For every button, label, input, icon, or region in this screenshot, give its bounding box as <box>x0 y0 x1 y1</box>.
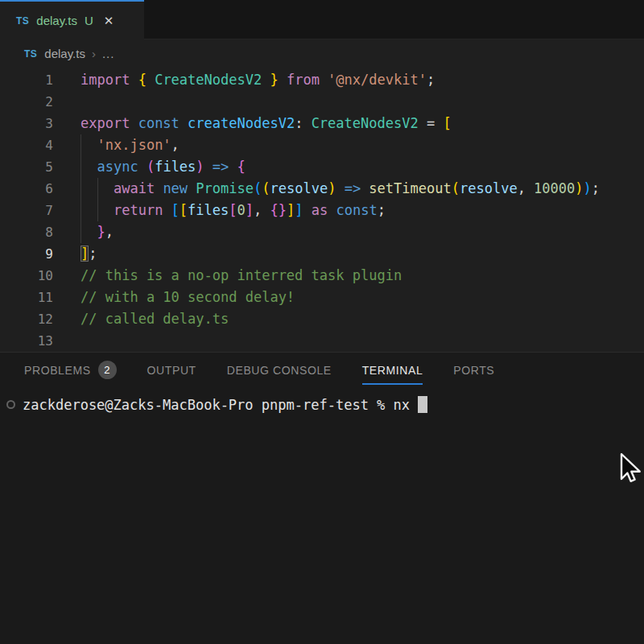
code-token: CreateNodesV2 <box>155 72 270 88</box>
code-token: ; <box>427 72 435 88</box>
line-number: 6 <box>0 178 53 200</box>
code-token: resolve <box>460 180 518 196</box>
code-token: ( <box>262 180 270 196</box>
code-text <box>53 91 80 113</box>
code-token: ) <box>196 159 212 175</box>
code-token: Promise <box>196 180 254 196</box>
code-text: }, <box>53 221 114 243</box>
line-number: 12 <box>0 308 53 330</box>
code-token: ] <box>246 202 254 218</box>
code-token: , <box>171 137 180 153</box>
code-token: = <box>419 115 444 131</box>
code-text: return [[files[0], {}]] as const; <box>53 200 386 221</box>
code-line[interactable]: 9]; <box>0 243 644 265</box>
panel-tab-problems[interactable]: PROBLEMS2 <box>24 353 117 387</box>
code-token: , <box>518 180 534 196</box>
code-line[interactable]: 6 await new Promise((resolve) => setTime… <box>0 178 644 200</box>
code-token: 0 <box>237 202 246 218</box>
code-token: files <box>155 159 196 175</box>
code-line[interactable]: 4 'nx.json', <box>0 134 644 156</box>
code-token: '@nx/devkit' <box>328 72 427 88</box>
line-number: 13 <box>0 330 53 352</box>
panel-tab-debug-console[interactable]: DEBUG CONSOLE <box>227 353 332 387</box>
code-line[interactable]: 5 async (files) => { <box>0 156 644 178</box>
code-token: files <box>188 202 229 218</box>
breadcrumb: TS delay.ts › ... <box>0 39 644 68</box>
code-token: const <box>138 115 188 131</box>
code-text: // this is a no-op interred task plugin <box>53 265 402 287</box>
code-token: resolve <box>270 180 328 196</box>
code-token: , <box>254 202 270 218</box>
code-line[interactable]: 3export const createNodesV2: CreateNodes… <box>0 113 644 134</box>
code-token: ( <box>254 180 262 196</box>
code-line[interactable]: 13 <box>0 330 644 352</box>
code-text: async (files) => { <box>53 156 246 178</box>
breadcrumb-file-name[interactable]: delay.ts <box>44 47 85 60</box>
bottom-panel: PROBLEMS2OUTPUTDEBUG CONSOLETERMINALPORT… <box>0 352 644 644</box>
code-token: => <box>345 180 369 196</box>
code-token: [ <box>171 202 180 218</box>
command-decoration-circle-icon <box>6 400 15 409</box>
terminal-prompt-text: zackderose@Zacks-MacBook-Pro pnpm-ref-te… <box>23 397 418 413</box>
code-token: ] <box>287 202 295 218</box>
code-text: // called delay.ts <box>53 308 229 330</box>
code-text <box>53 330 80 352</box>
panel-tab-label: TERMINAL <box>362 364 423 377</box>
code-token: async <box>97 159 146 175</box>
code-line[interactable]: 10// this is a no-op interred task plugi… <box>0 265 644 287</box>
code-line[interactable]: 8 }, <box>0 221 644 243</box>
code-line[interactable]: 7 return [[files[0], {}]] as const; <box>0 200 644 221</box>
close-icon[interactable]: ✕ <box>104 14 114 28</box>
code-token: ) <box>328 180 336 196</box>
line-number: 1 <box>0 69 53 91</box>
code-text: await new Promise((resolve) => setTimeou… <box>53 178 600 200</box>
panel-tab-ports[interactable]: PORTS <box>453 353 494 387</box>
typescript-file-icon: TS <box>24 48 37 60</box>
line-number: 10 <box>0 265 53 287</box>
code-token: ] <box>80 246 89 262</box>
code-line[interactable]: 1import { CreateNodesV2 } from '@nx/devk… <box>0 69 644 91</box>
code-editor[interactable]: 1import { CreateNodesV2 } from '@nx/devk… <box>0 68 644 352</box>
code-token: from <box>287 72 328 88</box>
code-token: [ <box>443 115 451 131</box>
code-line[interactable]: 11// with a 10 second delay! <box>0 287 644 308</box>
code-token: createNodesV2 <box>188 115 295 131</box>
code-token: // with a 10 second delay! <box>80 289 295 305</box>
code-line[interactable]: 12// called delay.ts <box>0 308 644 330</box>
code-token: : <box>295 115 311 131</box>
code-token: // called delay.ts <box>80 311 229 327</box>
code-token: new <box>163 180 196 196</box>
code-token: ; <box>378 202 386 218</box>
panel-tab-output[interactable]: OUTPUT <box>147 353 196 387</box>
code-text: // with a 10 second delay! <box>53 287 295 308</box>
code-token: ( <box>452 180 460 196</box>
terminal-prompt-row: zackderose@Zacks-MacBook-Pro pnpm-ref-te… <box>0 394 644 415</box>
code-token: } <box>270 72 286 88</box>
code-token <box>303 202 312 218</box>
breadcrumb-symbol-ellipsis[interactable]: ... <box>102 47 115 60</box>
code-token <box>80 137 97 153</box>
mouse-pointer-icon <box>617 452 641 487</box>
code-token: import <box>80 72 138 88</box>
tab-delay-ts[interactable]: TS delay.ts U ✕ <box>0 0 144 39</box>
code-token: , <box>105 224 114 240</box>
code-token: ; <box>89 246 97 262</box>
tab-file-name: delay.ts <box>36 14 77 27</box>
code-line[interactable]: 2 <box>0 91 644 113</box>
code-token <box>336 180 344 196</box>
chevron-right-icon: › <box>92 47 96 60</box>
line-number: 8 <box>0 221 53 243</box>
line-number: 11 <box>0 287 53 308</box>
code-text: import { CreateNodesV2 } from '@nx/devki… <box>53 69 435 91</box>
code-token: 'nx.json' <box>97 137 171 153</box>
panel-tab-terminal[interactable]: TERMINAL <box>362 353 423 387</box>
code-token: CreateNodesV2 <box>312 115 419 131</box>
terminal[interactable]: zackderose@Zacks-MacBook-Pro pnpm-ref-te… <box>0 387 644 415</box>
code-token: setTimeout <box>369 180 451 196</box>
code-token: // this is a no-op interred task plugin <box>80 267 402 283</box>
code-token: {} <box>270 202 287 218</box>
code-token: 10000 <box>534 180 575 196</box>
code-token: ] <box>295 202 303 218</box>
git-untracked-badge: U <box>85 14 93 27</box>
line-number: 2 <box>0 91 53 113</box>
